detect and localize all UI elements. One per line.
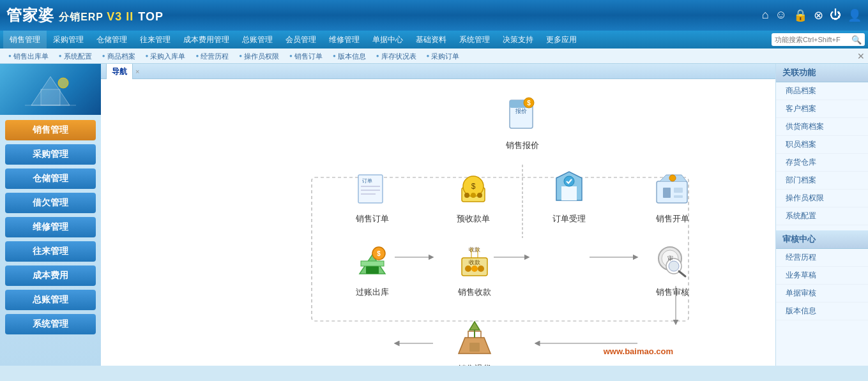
- topnav-decision[interactable]: 决策支持: [496, 31, 540, 49]
- svg-point-28: [477, 193, 482, 198]
- sidebar-item-ledger[interactable]: 总账管理: [5, 290, 96, 310]
- flow-acceptance[interactable]: 订单受理: [540, 165, 598, 225]
- topnav-ledger[interactable]: 总账管理: [236, 31, 279, 49]
- svg-rect-36: [366, 266, 379, 274]
- user-icon[interactable]: 👤: [848, 8, 862, 22]
- flow-quotation[interactable]: 报价 $ 销售报价: [494, 92, 551, 151]
- nav-tab-close[interactable]: ×: [135, 68, 139, 75]
- link-biz-draft[interactable]: 业务草稿: [776, 267, 868, 285]
- svg-text:订单: 订单: [362, 178, 372, 184]
- collection-icon: 收款 收款: [452, 239, 497, 283]
- nav-tab-nav[interactable]: 导航: [106, 64, 133, 79]
- flow-audit[interactable]: 审 销售审核: [644, 239, 701, 298]
- link-doc-review[interactable]: 单据审核: [776, 285, 868, 303]
- advance-label: 预收款单: [445, 213, 502, 225]
- power-icon[interactable]: ⏻: [830, 8, 841, 22]
- content-area: 导航 ×: [101, 64, 775, 366]
- svg-point-2: [58, 78, 68, 88]
- order-icon: 订单: [350, 165, 395, 210]
- topnav-system[interactable]: 系统管理: [453, 31, 496, 49]
- link-department-archive[interactable]: 部门档案: [776, 172, 868, 190]
- sidebar-item-sales[interactable]: 销售管理: [5, 120, 96, 140]
- tab-system-config[interactable]: 系统配置: [54, 49, 97, 64]
- flow-order[interactable]: 订单 销售订单: [344, 165, 401, 225]
- tab-purchase-inbound[interactable]: 采购入库单: [141, 49, 191, 64]
- svg-marker-55: [469, 322, 480, 330]
- svg-point-44: [465, 265, 471, 272]
- link-customer-archive[interactable]: 客户档案: [776, 100, 868, 118]
- link-system-config[interactable]: 系统配置: [776, 207, 868, 225]
- link-product-archive[interactable]: 商品档案: [776, 82, 868, 100]
- sidebar-item-cost[interactable]: 成本费用: [5, 265, 96, 286]
- sidebar-item-repair[interactable]: 维修管理: [5, 217, 96, 237]
- top-navigation: 销售管理 采购管理 仓储管理 往来管理 成本费用管理 总账管理 会员管理 维修管…: [0, 31, 868, 49]
- topnav-cost[interactable]: 成本费用管理: [177, 31, 236, 49]
- link-supplier-archive[interactable]: 供货商档案: [776, 118, 868, 136]
- topnav-transactions[interactable]: 往来管理: [133, 31, 177, 49]
- svg-rect-29: [561, 186, 577, 200]
- header-icons: ⌂ ☺ 🔒 ⊗ ⏻ 👤: [762, 8, 862, 22]
- tab-history[interactable]: 经营历程: [190, 49, 234, 64]
- logo: 管家婆 分销ERP V3 II TOP: [6, 5, 164, 26]
- advance-icon: $: [451, 165, 496, 210]
- link-biz-history[interactable]: 经营历程: [776, 249, 868, 267]
- watermark: www.baimao.com: [604, 347, 673, 356]
- svg-point-51: [669, 261, 679, 271]
- flow-return[interactable]: 销售退货: [446, 315, 503, 366]
- tab-bar: 销售出库单 系统配置 商品档案 采购入库单 经营历程 操作员权限 销售订单 版本…: [0, 49, 868, 64]
- open-icon: [650, 165, 695, 210]
- svg-rect-33: [674, 188, 683, 193]
- left-sidebar: 销售管理 采购管理 仓储管理 借欠管理 维修管理 往来管理 成本费用 总账管理 …: [0, 115, 101, 366]
- search-input[interactable]: [775, 36, 851, 43]
- review-center-title: 审核中心: [776, 230, 868, 249]
- topnav-warehouse[interactable]: 仓储管理: [90, 31, 133, 49]
- topnav-basic[interactable]: 基础资料: [409, 31, 453, 49]
- tab-inventory-status[interactable]: 库存状况表: [371, 49, 422, 64]
- sidebar-item-purchase[interactable]: 采购管理: [5, 144, 96, 165]
- svg-text:$: $: [527, 100, 531, 107]
- person-icon[interactable]: ☺: [775, 8, 787, 22]
- svg-rect-1: [41, 89, 60, 105]
- link-operator-perms[interactable]: 操作员权限: [776, 190, 868, 207]
- topnav-purchase[interactable]: 采购管理: [47, 31, 90, 49]
- tab-purchase-order[interactable]: 采购订单: [422, 49, 465, 64]
- collection-label: 销售收款: [446, 287, 503, 298]
- home-icon[interactable]: ⌂: [762, 8, 769, 22]
- flow-open[interactable]: 销售开单: [644, 165, 701, 225]
- transfer-icon: $: [350, 239, 395, 283]
- svg-rect-32: [663, 188, 671, 198]
- tab-version[interactable]: 版本信息: [328, 49, 371, 64]
- topnav-docs[interactable]: 单据中心: [366, 31, 409, 49]
- svg-rect-37: [361, 261, 384, 266]
- tab-sales-outbound[interactable]: 销售出库单: [3, 49, 54, 64]
- sidebar-item-warehouse[interactable]: 仓储管理: [5, 168, 96, 189]
- nav-tab-bar: 导航 ×: [101, 64, 775, 79]
- tab-bar-close[interactable]: ✕: [857, 51, 865, 61]
- sidebar-item-system[interactable]: 系统管理: [5, 314, 96, 334]
- link-version-info[interactable]: 版本信息: [776, 303, 868, 320]
- close-circle-icon[interactable]: ⊗: [814, 8, 823, 22]
- tab-product-archive[interactable]: 商品档案: [97, 49, 141, 64]
- topnav-more[interactable]: 更多应用: [540, 31, 583, 49]
- svg-text:审: 审: [667, 255, 673, 262]
- flow-transfer[interactable]: $ 过账出库: [344, 239, 401, 298]
- flow-collection[interactable]: 收款 收款 销售收款: [446, 239, 503, 298]
- related-functions-title: 关联功能: [776, 64, 868, 82]
- tab-sales-order[interactable]: 销售订单: [284, 49, 328, 64]
- sidebar-item-debt[interactable]: 借欠管理: [5, 193, 96, 213]
- topnav-member[interactable]: 会员管理: [279, 31, 323, 49]
- svg-point-26: [464, 193, 469, 198]
- topnav-sales[interactable]: 销售管理: [3, 31, 47, 49]
- search-box[interactable]: 🔍: [772, 33, 865, 46]
- acceptance-label: 订单受理: [540, 213, 598, 225]
- topnav-repair[interactable]: 维修管理: [323, 31, 366, 49]
- link-staff-archive[interactable]: 职员档案: [776, 136, 868, 154]
- lock-icon[interactable]: 🔒: [793, 8, 807, 22]
- flow-advance[interactable]: $ 预收款单: [445, 165, 502, 225]
- order-label: 销售订单: [344, 213, 401, 225]
- tab-operator-perms[interactable]: 操作员权限: [234, 49, 284, 64]
- flowchart: 报价 $ 销售报价 订单: [101, 79, 775, 366]
- link-warehouse[interactable]: 存货仓库: [776, 154, 868, 172]
- sidebar-item-transactions[interactable]: 往来管理: [5, 241, 96, 262]
- search-icon[interactable]: 🔍: [851, 35, 862, 45]
